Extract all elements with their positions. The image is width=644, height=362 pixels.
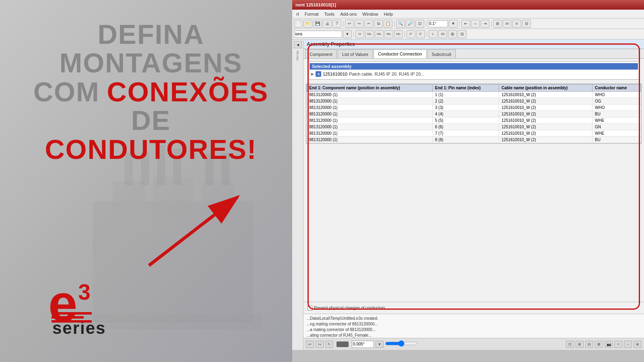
tb-cut[interactable]: ✂ [364, 20, 373, 28]
tb-align-left[interactable]: ⇤ [461, 20, 470, 28]
tb-save[interactable]: 💾 [313, 20, 322, 28]
table-cell-1-3: OG [592, 98, 641, 105]
sb-zoom-down[interactable]: ▼ [376, 341, 384, 348]
tab-component[interactable]: Component [305, 49, 337, 58]
sb-fit-3[interactable]: ⊟ [585, 341, 593, 348]
table-cell-6-1: 7 (7) [432, 130, 499, 137]
table-row[interactable]: 8813120000 (1)5 (5)1251610010_W (2)WHE [307, 117, 641, 124]
sb-fit-2[interactable]: ⊞ [576, 341, 584, 348]
angle-input[interactable] [428, 20, 448, 27]
tb-deg2[interactable]: 0° [416, 30, 425, 38]
tb-mil4[interactable]: MIL [394, 30, 403, 38]
zoom-input[interactable] [352, 341, 374, 348]
prevent-changes-checkbox[interactable] [308, 306, 312, 311]
sb-extra3[interactable]: ⊕ [634, 341, 642, 348]
tb-deg3[interactable]: 1. [429, 30, 438, 38]
prevent-changes-label[interactable]: Prevent physical changes of conductors [308, 306, 385, 311]
e3-superscript: 3 [78, 282, 91, 302]
table-row[interactable]: 8813120000 (1)4 (4)1251610010_W (2)BU [307, 111, 641, 117]
tb-3d[interactable]: 3D [503, 20, 512, 28]
tb-zoomin[interactable]: 🔍 [396, 20, 405, 28]
tb-new[interactable]: 📄 [294, 20, 303, 28]
sidebar-collapse[interactable]: ◀ [294, 41, 302, 48]
sb-fit-4[interactable]: ⊠ [595, 341, 603, 348]
tb-snap1[interactable]: ⊞ [448, 30, 457, 38]
sb-spacer [336, 341, 349, 347]
menu-addons[interactable]: Add-ons [338, 11, 359, 17]
tb-align-right[interactable]: ⇥ [481, 20, 489, 28]
sb-fit-1[interactable]: ⊡ [566, 341, 574, 348]
tb-mil1[interactable]: MIL [365, 30, 374, 38]
tb-scissors[interactable]: ✂ [355, 30, 364, 38]
svg-rect-1 [113, 181, 145, 213]
tb-print[interactable]: 🖨 [323, 20, 332, 28]
tb-sep-3 [426, 21, 426, 27]
tb-undo[interactable]: ↩ [345, 20, 354, 28]
tree-expand-icon[interactable]: ▶ [311, 72, 314, 76]
tb-zoomout[interactable]: 🔎 [406, 20, 415, 28]
tb-align-center[interactable]: ↔ [471, 20, 480, 28]
tb-3d2[interactable]: 3D [438, 30, 447, 38]
tab-subcircuit[interactable]: Subcircuit [427, 49, 456, 58]
tree-header: Selected assembly [310, 63, 638, 70]
table-cell-3-0: 8813120000 (1) [307, 111, 433, 117]
log-line-2: ...ng mating connector of 8813120000... [307, 321, 641, 327]
tb-copy[interactable]: ⧉ [374, 20, 383, 28]
tb-open[interactable]: 📁 [303, 20, 312, 28]
table-row[interactable]: 8813120000 (1)3 (3)1251610010_W (2)WHO [307, 105, 641, 111]
bottom-checkbox-area: Prevent physical changes of conductors [303, 302, 644, 314]
tb-sep-5 [491, 21, 491, 27]
tb-mil2[interactable]: MIL [375, 30, 384, 38]
tb-snap2[interactable]: ⊟ [458, 30, 466, 38]
table-row[interactable]: 8813120000 (1)8 (8)1251610010_W (2)BU [307, 137, 641, 143]
tb-redo[interactable]: ↪ [355, 20, 363, 28]
tb-help[interactable]: ? [332, 20, 341, 28]
table-row[interactable]: 8813120000 (1)6 (6)1251610010_W (2)GN [307, 124, 641, 130]
tb-sep-1 [343, 21, 343, 27]
tb-mil3[interactable]: MIL [384, 30, 393, 38]
table-cell-1-2: 1251610010_W (2) [499, 98, 592, 105]
menu-format[interactable]: Format [302, 11, 321, 17]
tree-icon-assembly: ⚙ [316, 71, 321, 77]
tab-listofvalues[interactable]: List of Values [338, 49, 373, 58]
tb-label-down[interactable]: ▼ [343, 30, 352, 38]
tab-conductor-connection[interactable]: Conductor Connection [374, 49, 426, 58]
sb-extra1[interactable]: + [614, 341, 622, 348]
table-row[interactable]: 8813120000 (1)7 (7)1251610010_W (2)WHE [307, 130, 641, 137]
tb-extra2[interactable]: ⊟ [522, 20, 531, 28]
menu-rt[interactable]: rt [294, 11, 301, 17]
red-arrow [141, 185, 254, 274]
table-cell-5-2: 1251610010_W (2) [499, 124, 592, 130]
log-area: ...Data\Local\Temp\Untitled.e3s created.… [303, 314, 644, 338]
log-line-4: ...ating connector of RJ45_Female... [307, 333, 641, 338]
prevent-changes-text: Prevent physical changes of conductors [314, 306, 385, 310]
table-row[interactable]: 8813120000 (1)2 (2)1251610010_W (2)OG [307, 98, 641, 105]
tb-grid[interactable]: ⊞ [493, 20, 502, 28]
menu-window[interactable]: Window [360, 11, 380, 17]
zoom-slider[interactable] [385, 341, 417, 346]
table-cell-5-3: GN [592, 124, 641, 130]
tb-paste[interactable]: 📋 [384, 20, 392, 28]
sb-cursor[interactable]: ↖ [325, 341, 333, 348]
table-row[interactable]: 8813120000 (1)1 (1)1251610010_W (2)WHO [307, 92, 641, 98]
tb-extra1[interactable]: ≡ [512, 20, 521, 28]
tree-item[interactable]: ▶ ⚙ 1251610010 Patch cable. RJ45 IP 20. … [310, 70, 638, 78]
menu-tools[interactable]: Tools [322, 11, 337, 17]
sb-extra2[interactable]: − [624, 341, 632, 348]
menu-help[interactable]: Help [381, 11, 395, 17]
title-line3: COM [33, 78, 100, 106]
tb-deg1[interactable]: 0° [407, 30, 415, 38]
col-header-component: End 1: Component name (position in assem… [307, 84, 433, 92]
panel-tabs: Component List of Values Conductor Conne… [303, 49, 644, 59]
table-cell-6-3: WHE [592, 130, 641, 137]
tb-angle-down[interactable]: ▼ [449, 20, 458, 28]
assembly-panel: Assembly Properties Component List of Va… [303, 39, 644, 314]
tb-fit[interactable]: ⊡ [415, 20, 424, 28]
table-cell-0-3: WHO [592, 92, 641, 98]
sb-undo[interactable]: ↩ [306, 341, 314, 348]
toolbar-label-input[interactable] [294, 31, 342, 38]
sb-camera[interactable]: 📷 [605, 341, 613, 348]
sb-redo[interactable]: ↪ [316, 341, 324, 348]
table-cell-5-1: 6 (6) [432, 124, 499, 130]
log-line-1: ...Data\Local\Temp\Untitled.e3s created. [307, 316, 641, 321]
